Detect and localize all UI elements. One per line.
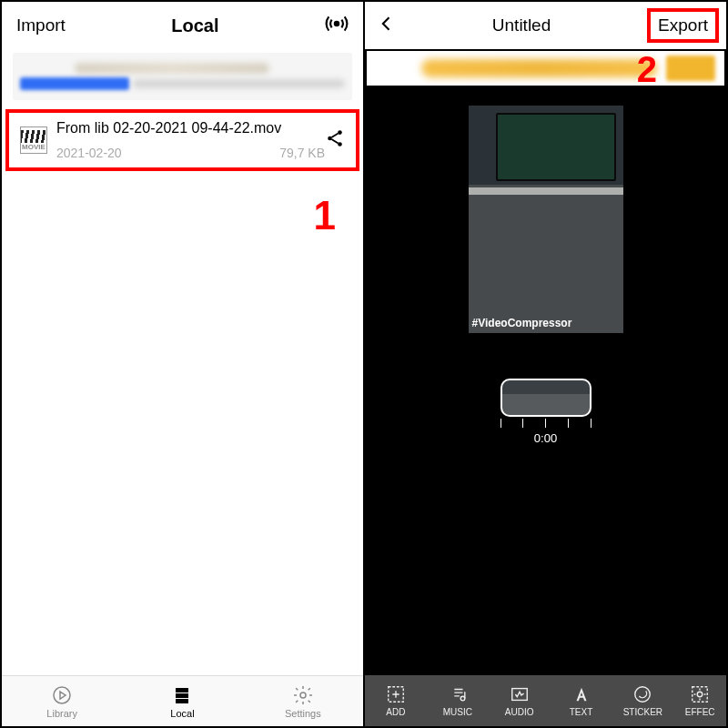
svg-rect-6 [176, 693, 188, 698]
export-button[interactable]: Export [647, 8, 719, 43]
timeline-time: 0:00 [500, 431, 592, 445]
tab-settings[interactable]: Settings [243, 676, 363, 726]
svg-point-4 [54, 687, 70, 703]
svg-point-14 [697, 692, 703, 697]
timeline[interactable]: 0:00 [500, 379, 592, 445]
header-left: Import Local [2, 2, 363, 49]
tool-effect[interactable]: EFFEC [673, 675, 726, 726]
svg-point-10 [460, 696, 465, 701]
svg-point-8 [300, 693, 306, 698]
header-right: Untitled Export [365, 2, 726, 49]
bottom-tabbar: Library Local Settings [2, 675, 363, 726]
share-icon[interactable] [325, 128, 345, 152]
video-canvas[interactable]: #VideoCompressor 0:00 [365, 87, 726, 726]
tab-library[interactable]: Library [2, 676, 122, 726]
tab-local[interactable]: Local [122, 676, 242, 726]
file-name: From lib 02-20-2021 09-44-22.mov [56, 120, 325, 136]
screen-title-local: Local [171, 15, 218, 36]
local-files-screen: Import Local MOVIE From lib 02-20-2021 0… [2, 2, 365, 726]
annotation-marker-2: 2 [637, 49, 657, 90]
svg-point-12 [635, 687, 651, 703]
file-date: 2021-02-20 [56, 146, 122, 160]
tool-sticker[interactable]: STICKER [612, 675, 673, 726]
editor-screen: Untitled Export 2 #VideoCompressor 0:00 … [365, 2, 726, 726]
tool-audio[interactable]: AUDIO [489, 675, 551, 726]
broadcast-icon[interactable] [325, 12, 349, 39]
tool-music[interactable]: MUSIC [427, 675, 489, 726]
movie-thumb-icon: MOVIE [20, 126, 47, 154]
back-icon[interactable] [378, 15, 396, 36]
svg-rect-7 [176, 699, 188, 703]
video-preview: #VideoCompressor [469, 106, 623, 333]
svg-rect-5 [176, 688, 188, 693]
svg-point-0 [335, 22, 339, 25]
tool-add[interactable]: ADD [365, 675, 427, 726]
import-button[interactable]: Import [16, 15, 66, 35]
file-row[interactable]: MOVIE From lib 02-20-2021 09-44-22.mov 2… [5, 109, 359, 171]
blurred-item [13, 53, 352, 100]
file-meta: From lib 02-20-2021 09-44-22.mov 2021-02… [56, 120, 325, 160]
file-size: 79,7 KB [279, 146, 325, 160]
svg-rect-11 [511, 689, 527, 701]
watermark-text: #VideoCompressor [472, 317, 572, 329]
promo-banner[interactable]: 2 [365, 49, 726, 87]
timeline-clip-thumb[interactable] [500, 379, 592, 417]
project-title: Untitled [492, 15, 551, 35]
editor-toolbar: ADD MUSIC AUDIO TEXT STICKER EFFEC [365, 675, 726, 726]
tool-text[interactable]: TEXT [551, 675, 612, 726]
annotation-marker-1: 1 [314, 193, 336, 238]
